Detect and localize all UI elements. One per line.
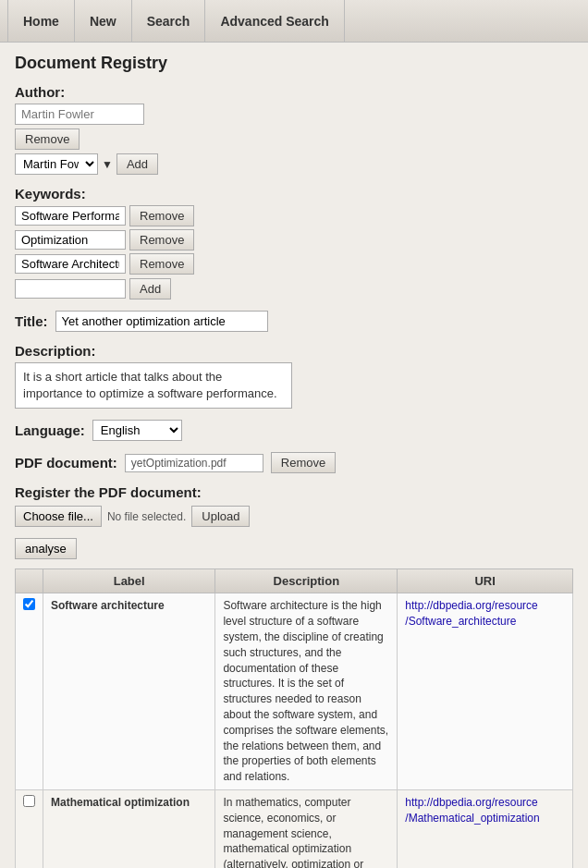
choose-file-button[interactable]: Choose file... xyxy=(15,506,102,527)
keyword-input[interactable] xyxy=(15,254,126,274)
description-label: Description: xyxy=(15,343,96,359)
keyword-input[interactable] xyxy=(15,206,126,226)
keyword-remove-button[interactable]: Remove xyxy=(129,253,194,275)
col-uri: URI xyxy=(398,569,573,593)
table-row: Software architectureSoftware architectu… xyxy=(16,593,573,790)
row-label: Mathematical optimization xyxy=(43,789,215,868)
register-pdf-section: Register the PDF document: Choose file..… xyxy=(15,484,573,527)
row-description: Software architecture is the high level … xyxy=(215,593,398,790)
row-description: In mathematics, computer science, econom… xyxy=(215,789,398,868)
row-checkbox-cell[interactable] xyxy=(16,789,43,868)
author-arrow: ▼ xyxy=(102,158,113,171)
keyword-input[interactable] xyxy=(15,230,126,250)
nav-item-advanced-search[interactable]: Advanced Search xyxy=(205,0,345,42)
nav-item-home[interactable]: Home xyxy=(7,0,75,42)
table-header-row: Label Description URI xyxy=(16,569,573,593)
author-row: Martin Fowler ▼ Add xyxy=(15,153,573,175)
pdf-label: PDF document: xyxy=(15,455,117,471)
row-uri-cell: http://dbpedia.org/resource /Mathematica… xyxy=(398,789,573,868)
keyword-row: Remove xyxy=(15,253,573,275)
row-checkbox[interactable] xyxy=(23,795,35,807)
keywords-section: Keywords: RemoveRemoveRemove Add xyxy=(15,186,573,300)
keyword-add-row: Add xyxy=(15,278,573,300)
results-table: Label Description URI Software architect… xyxy=(15,568,573,868)
nav-item-search[interactable]: Search xyxy=(132,0,206,42)
keyword-remove-button[interactable]: Remove xyxy=(129,229,194,251)
keywords-label: Keywords: xyxy=(15,186,573,202)
col-checkbox xyxy=(16,569,43,593)
title-row: Title: xyxy=(15,311,573,332)
language-section: Language: English French German Spanish … xyxy=(15,420,573,441)
row-label: Software architecture xyxy=(43,593,215,790)
col-label: Label xyxy=(43,569,215,593)
pdf-document-section: PDF document: Remove xyxy=(15,452,573,473)
author-add-button[interactable]: Add xyxy=(116,153,158,175)
author-select[interactable]: Martin Fowler xyxy=(15,153,98,175)
author-input[interactable] xyxy=(15,104,144,125)
row-uri-link[interactable]: http://dbpedia.org/resource /Software_ar… xyxy=(405,599,537,628)
keywords-list: RemoveRemoveRemove xyxy=(15,205,573,275)
language-select[interactable]: English French German Spanish Portuguese xyxy=(92,420,182,441)
page-title: Document Registry xyxy=(15,54,573,73)
pdf-remove-button[interactable]: Remove xyxy=(271,452,336,473)
description-text: It is a short article that talks about t… xyxy=(15,362,292,409)
author-label: Author: xyxy=(15,84,573,100)
keyword-add-input[interactable] xyxy=(15,279,126,299)
upload-row: Choose file... No file selected. Upload xyxy=(15,506,573,527)
navbar: HomeNewSearchAdvanced Search xyxy=(0,0,588,43)
row-uri-cell: http://dbpedia.org/resource /Software_ar… xyxy=(398,593,573,790)
row-checkbox-cell[interactable] xyxy=(16,593,43,790)
author-remove-button[interactable]: Remove xyxy=(15,128,80,150)
pdf-filename-input[interactable] xyxy=(125,454,263,472)
title-label: Title: xyxy=(15,313,48,329)
keyword-remove-button[interactable]: Remove xyxy=(129,205,194,226)
nav-item-new[interactable]: New xyxy=(75,0,132,42)
author-section: Author: Remove Martin Fowler ▼ Add xyxy=(15,84,573,175)
row-checkbox[interactable] xyxy=(23,598,35,610)
keyword-row: Remove xyxy=(15,205,573,226)
row-uri-link[interactable]: http://dbpedia.org/resource /Mathematica… xyxy=(405,796,539,825)
title-input[interactable] xyxy=(55,311,268,332)
col-description: Description xyxy=(215,569,398,593)
keyword-add-button[interactable]: Add xyxy=(129,278,171,300)
table-row: Mathematical optimizationIn mathematics,… xyxy=(16,789,573,868)
upload-button[interactable]: Upload xyxy=(191,506,250,527)
no-file-text: No file selected. xyxy=(107,510,186,523)
register-pdf-label: Register the PDF document: xyxy=(15,484,573,500)
language-label: Language: xyxy=(15,422,85,438)
keyword-row: Remove xyxy=(15,229,573,251)
title-section: Title: xyxy=(15,311,573,332)
description-section: Description: It is a short article that … xyxy=(15,343,573,409)
results-tbody: Software architectureSoftware architectu… xyxy=(16,593,573,868)
main-content: Document Registry Author: Remove Martin … xyxy=(0,43,588,868)
analyse-button[interactable]: analyse xyxy=(15,538,77,559)
